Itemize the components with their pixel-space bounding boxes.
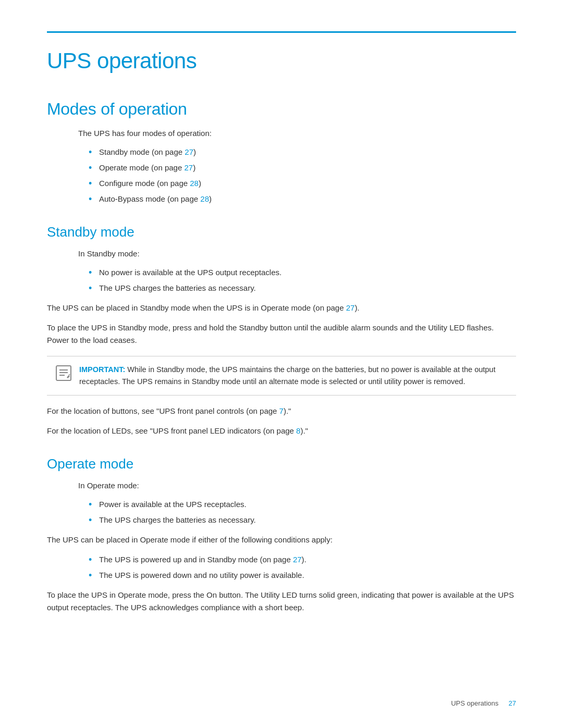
operate-para2: To place the UPS in Operate mode, press … [47, 589, 516, 614]
operate-mode-link[interactable]: 27 [184, 163, 193, 172]
list-item: Operate mode (on page 27) [89, 162, 516, 174]
list-item-text: The UPS is powered up and in Standby mod… [99, 555, 293, 564]
operate-mode-title: Operate mode [47, 456, 516, 472]
operate-standby-link[interactable]: 27 [293, 555, 302, 564]
standby-mode-link[interactable]: 27 [185, 147, 193, 156]
list-item-text: Standby mode (on page [99, 147, 185, 156]
list-item-text: Auto-Bypass mode (on page [99, 194, 200, 203]
standby-intro-text: In Standby mode: [78, 248, 516, 260]
important-note-box: IMPORTANT: While in Standby mode, the UP… [47, 356, 516, 396]
standby-bullets: No power is available at the UPS output … [89, 266, 516, 294]
modes-of-operation-title: Modes of operation [47, 100, 516, 119]
list-item: Auto-Bypass mode (on page 28) [89, 193, 516, 205]
standby-para2: To place the UPS in Standby mode, press … [47, 322, 516, 347]
note-text: While in Standby mode, the UPS maintains… [79, 365, 495, 386]
top-rule [47, 31, 516, 33]
note-content: IMPORTANT: While in Standby mode, the UP… [79, 364, 508, 388]
operate-conditions-intro: The UPS can be placed in Operate mode if… [47, 534, 516, 546]
page-footer: UPS operations 27 [451, 699, 516, 707]
list-item-text: The UPS charges the batteries as necessa… [99, 515, 256, 524]
list-item: The UPS charges the batteries as necessa… [89, 514, 516, 526]
list-item: The UPS is powered down and no utility p… [89, 569, 516, 582]
standby-para4: For the location of LEDs, see "UPS front… [47, 425, 516, 437]
list-item-text: No power is available at the UPS output … [99, 268, 282, 277]
modes-intro-text: The UPS has four modes of operation: [78, 127, 516, 140]
footer-separator [501, 699, 505, 707]
footer-label: UPS operations [451, 699, 498, 707]
standby-mode-section: Standby mode In Standby mode: No power i… [47, 224, 516, 437]
auto-bypass-mode-link[interactable]: 28 [200, 194, 209, 203]
operate-bullets: Power is available at the UPS receptacle… [89, 498, 516, 526]
modes-of-operation-section: Modes of operation The UPS has four mode… [47, 100, 516, 205]
operate-conditions-list: The UPS is powered up and in Standby mod… [89, 553, 516, 582]
important-label: IMPORTANT: [79, 365, 125, 374]
footer-page-number: 27 [509, 699, 516, 707]
list-item-text: Configure mode (on page [99, 179, 190, 188]
standby-operate-link[interactable]: 27 [346, 303, 355, 312]
standby-mode-title: Standby mode [47, 224, 516, 240]
list-item-text: The UPS charges the batteries as necessa… [99, 283, 256, 292]
standby-para3: For the location of buttons, see "UPS fr… [47, 405, 516, 417]
list-item: Standby mode (on page 27) [89, 146, 516, 158]
list-item: The UPS charges the batteries as necessa… [89, 282, 516, 294]
list-item: No power is available at the UPS output … [89, 266, 516, 279]
list-item-text: Operate mode (on page [99, 163, 184, 172]
list-item-text: The UPS is powered down and no utility p… [99, 571, 304, 579]
configure-mode-link[interactable]: 28 [190, 179, 199, 188]
list-item: Power is available at the UPS receptacle… [89, 498, 516, 511]
buttons-link[interactable]: 7 [279, 406, 284, 415]
list-item-text: Power is available at the UPS receptacle… [99, 500, 247, 509]
operate-mode-section: Operate mode In Operate mode: Power is a… [47, 456, 516, 614]
modes-list: Standby mode (on page 27) Operate mode (… [89, 146, 516, 205]
page-title: UPS operations [47, 48, 516, 73]
list-item: Configure mode (on page 28) [89, 177, 516, 190]
standby-para1: The UPS can be placed in Standby mode wh… [47, 302, 516, 314]
svg-line-4 [69, 374, 70, 375]
operate-intro-text: In Operate mode: [78, 479, 516, 492]
note-icon [55, 365, 72, 381]
list-item: The UPS is powered up and in Standby mod… [89, 553, 516, 566]
